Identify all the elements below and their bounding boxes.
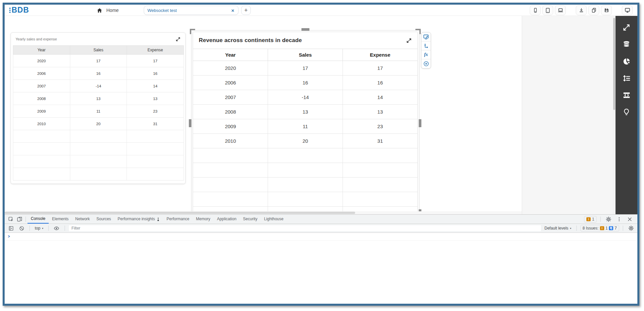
log-levels-selector[interactable]: Default levels ▾ xyxy=(543,226,573,231)
bdb-logo[interactable]: BDB xyxy=(9,6,29,15)
download-button[interactable] xyxy=(576,5,587,15)
dashboard-tab[interactable]: Websocket test × xyxy=(144,6,239,15)
resize-handle-mid-right[interactable] xyxy=(419,119,421,127)
widget2-maximize-icon[interactable] xyxy=(406,38,412,43)
visualizations-icon[interactable] xyxy=(622,57,631,66)
console-toolbar: top ▾ Default levels ▾ 8 Issues: ! 1 7 xyxy=(5,224,637,233)
tab-close-icon[interactable]: × xyxy=(231,8,235,13)
home-label: Home xyxy=(106,8,119,13)
dashboard-tab-title: Websocket test xyxy=(147,8,231,13)
home-icon xyxy=(97,8,102,13)
resize-handle-mid-left[interactable] xyxy=(189,119,191,127)
dashboard-canvas[interactable]: Yearly sales and expense Year Sales Expe… xyxy=(5,16,522,214)
topbar-actions xyxy=(530,5,633,15)
col-year[interactable]: Year xyxy=(13,46,70,55)
horizontal-scroll-thumb[interactable] xyxy=(5,212,355,214)
widget-yearly-sales[interactable]: Yearly sales and expense Year Sales Expe… xyxy=(11,32,186,184)
widget-revenue-continents[interactable]: Revenue across continents in decade Year… xyxy=(193,32,418,214)
tab-console[interactable]: Console xyxy=(27,215,49,224)
col-sales[interactable]: Sales xyxy=(70,46,127,55)
script-code-icon[interactable] xyxy=(622,91,631,99)
canvas-horizontal-scrollbar[interactable] xyxy=(5,211,522,214)
table-row-empty xyxy=(193,163,417,178)
devtools-tabbar-actions: ! 1 xyxy=(584,215,637,224)
device-toolbar-icon[interactable] xyxy=(15,215,24,224)
save-button[interactable] xyxy=(601,5,612,15)
console-filter-input[interactable] xyxy=(69,225,541,232)
tab-security[interactable]: Security xyxy=(240,215,261,224)
widget2-table: Year Sales Expense 20201717 20061616 200… xyxy=(193,49,417,214)
resize-handle-top-left[interactable] xyxy=(190,29,195,34)
axis-settings-icon[interactable] xyxy=(421,41,431,50)
phone-preview-button[interactable] xyxy=(530,5,541,15)
table-row: 2007-1414 xyxy=(13,80,184,92)
edit-chart-icon[interactable] xyxy=(421,32,431,41)
col-expense[interactable]: Expense xyxy=(343,49,417,61)
expand-icon[interactable] xyxy=(622,23,631,32)
preview-monitor-button[interactable] xyxy=(622,5,633,15)
home-nav[interactable]: Home xyxy=(97,5,119,16)
tab-memory[interactable]: Memory xyxy=(193,215,214,224)
console-sidebar-toggle-icon[interactable] xyxy=(7,224,15,233)
table-row-empty xyxy=(193,178,417,192)
tab-network[interactable]: Network xyxy=(72,215,93,224)
table-row-empty xyxy=(13,143,184,155)
app-window: BDB Home Websocket test × + xyxy=(3,3,639,306)
widget2-header-row: Year Sales Expense xyxy=(193,49,417,61)
issues-label: 8 Issues: xyxy=(583,226,599,231)
data-sources-icon[interactable] xyxy=(622,40,631,49)
caret-down-icon: ▾ xyxy=(42,227,43,230)
canvas-vertical-scrollbar[interactable] xyxy=(613,16,616,214)
widget1-maximize-icon[interactable] xyxy=(176,37,181,42)
tab-application[interactable]: Application xyxy=(214,215,240,224)
clear-console-icon[interactable] xyxy=(17,224,26,233)
remove-widget-icon[interactable] xyxy=(421,59,431,68)
insights-bulb-icon[interactable] xyxy=(622,108,631,116)
devtools-menu-icon[interactable] xyxy=(615,215,623,224)
tab-lighthouse[interactable]: Lighthouse xyxy=(261,215,287,224)
issues-summary-chip[interactable]: 8 Issues: ! 1 7 xyxy=(580,225,619,232)
execution-context-selector[interactable]: top ▾ xyxy=(33,226,45,231)
table-row-empty xyxy=(13,130,184,143)
table-row: 20201717 xyxy=(13,55,184,67)
resize-handle-top-right[interactable] xyxy=(415,29,421,34)
laptop-preview-button[interactable] xyxy=(555,5,566,15)
devtools-close-icon[interactable] xyxy=(625,215,634,224)
screenshot-root: BDB Home Websocket test × + xyxy=(0,0,644,311)
table-row: 20081313 xyxy=(13,92,184,105)
col-sales[interactable]: Sales xyxy=(268,49,343,61)
devtools-tabbar: Console Elements Network Sources Perform… xyxy=(5,215,637,224)
tablet-preview-button[interactable] xyxy=(542,5,553,15)
console-output[interactable]: > xyxy=(5,233,637,304)
issues-counter-chip[interactable]: ! 1 xyxy=(584,216,597,223)
resize-handle-top-center[interactable] xyxy=(301,28,309,31)
info-bubble-icon xyxy=(609,226,613,230)
console-prompt-row[interactable]: > xyxy=(5,233,637,241)
inspect-element-icon[interactable] xyxy=(7,215,15,224)
vertical-scroll-thumb[interactable] xyxy=(613,18,615,110)
new-tab-button[interactable]: + xyxy=(241,6,251,15)
console-settings-icon[interactable] xyxy=(627,224,635,233)
designer-main: Yearly sales and expense Year Sales Expe… xyxy=(5,16,637,214)
widget1-title-row: Yearly sales and expense xyxy=(11,33,185,45)
live-expression-eye-icon[interactable] xyxy=(52,224,61,233)
duplicate-button[interactable] xyxy=(588,5,599,15)
warning-bubble-icon: ! xyxy=(600,226,604,230)
widget2-title-row: Revenue across continents in decade xyxy=(193,32,417,49)
widget1-table: Year Sales Expense 20201717 20061616 200… xyxy=(13,45,184,181)
table-row: 20061616 xyxy=(193,76,417,90)
tab-elements[interactable]: Elements xyxy=(49,215,72,224)
console-prompt-chevron: > xyxy=(8,234,10,239)
table-row: 20091123 xyxy=(193,119,417,134)
widget-toolbar: fx xyxy=(421,32,431,69)
col-expense[interactable]: Expense xyxy=(127,46,184,55)
list-properties-icon[interactable] xyxy=(622,74,631,82)
col-year[interactable]: Year xyxy=(193,49,268,61)
tab-sources[interactable]: Sources xyxy=(93,215,114,224)
tab-performance-insights[interactable]: Performance insights xyxy=(114,215,163,224)
tab-performance[interactable]: Performance xyxy=(163,215,193,224)
formula-fx-icon[interactable]: fx xyxy=(421,50,431,59)
issues-count: 1 xyxy=(592,217,594,222)
devtools-settings-icon[interactable] xyxy=(604,215,613,224)
table-row: 20061616 xyxy=(13,67,184,80)
